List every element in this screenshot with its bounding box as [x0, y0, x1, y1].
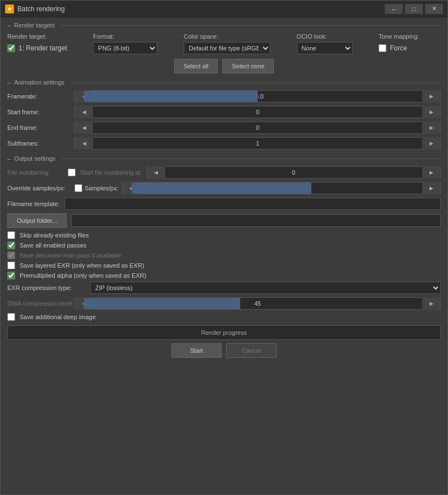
save-deep-checkbox[interactable]	[7, 313, 15, 321]
subframes-label: Subframes:	[7, 140, 74, 147]
force-checkbox[interactable]	[379, 44, 386, 52]
dwa-level-label: DWA compression level:	[7, 300, 74, 307]
dwa-decrease[interactable]: ◀	[75, 297, 93, 310]
selection-buttons: Select all Select none	[7, 59, 441, 73]
samples-decrease[interactable]: ◀	[123, 182, 141, 194]
numbering-decrease[interactable]: ◀	[147, 166, 165, 179]
start-frame-value: 0	[93, 106, 422, 118]
save-deep-label: Save additional deep image	[20, 314, 96, 320]
window-controls: – □ ✕	[385, 4, 443, 14]
col-color-space: Color space:	[184, 33, 292, 40]
numbering-increase[interactable]: ▶	[422, 166, 440, 179]
samples-label: Samples/px:	[85, 185, 119, 192]
subframes-row: Subframes: ◀ 1 ▶	[7, 137, 441, 150]
save-denoised-checkbox[interactable]	[7, 251, 15, 259]
file-numbering-checkbox[interactable]	[68, 169, 76, 176]
framerate-slider[interactable]: ◀ 24.0 ▶	[74, 90, 441, 102]
color-space-select[interactable]: Default for file type (sRGB/li...	[184, 42, 270, 54]
start-button[interactable]: Start	[171, 343, 222, 358]
output-settings-section: Output settings File numbering: Start fi…	[7, 155, 441, 362]
app-icon: ★	[5, 4, 14, 13]
exr-compression-select[interactable]: ZIP (lossless)	[90, 282, 441, 294]
tone-mapping-group: Force	[379, 44, 441, 52]
override-samples-checkbox[interactable]	[74, 184, 82, 192]
subframes-decrease[interactable]: ◀	[75, 137, 93, 150]
select-none-button[interactable]: Select none	[222, 59, 274, 73]
render-progress-bar: Render progress	[7, 325, 441, 340]
premultiplied-row: Premultiplied alpha (only when saved as …	[7, 272, 441, 279]
save-passes-row: Save all enabled passes	[7, 241, 441, 249]
framerate-decrease[interactable]: ◀	[75, 90, 93, 102]
framerate-increase[interactable]: ▶	[422, 90, 440, 102]
filename-template-row: Filename template: %n_%p_%f_%s.%e	[7, 198, 441, 210]
cancel-button[interactable]: Cancel	[226, 343, 277, 358]
override-samples-label: Override samples/px:	[7, 185, 74, 192]
premultiplied-label: Premultiplied alpha (only when saved as …	[20, 272, 146, 279]
file-numbering-row: File numbering: Start file numbering at:…	[7, 166, 441, 179]
end-frame-increase[interactable]: ▶	[422, 122, 440, 134]
filename-template-label: Filename template:	[7, 200, 60, 207]
render-target-label: 1: Render target	[18, 44, 67, 52]
filename-template-input[interactable]: %n_%p_%f_%s.%e	[64, 198, 441, 210]
end-frame-row: End frame: ◀ 0 ▶	[7, 122, 441, 134]
render-target-checkbox[interactable]	[7, 44, 15, 52]
save-deep-row: Save additional deep image	[7, 313, 441, 321]
save-layered-checkbox[interactable]	[7, 261, 15, 269]
subframes-value: 1	[93, 137, 422, 150]
format-select[interactable]: PNG (8-bit)	[93, 42, 157, 54]
dwa-level-row: DWA compression level: ◀ 45 ▶	[7, 297, 441, 310]
save-passes-checkbox[interactable]	[7, 241, 15, 249]
maximize-button[interactable]: □	[405, 4, 423, 14]
subframes-slider[interactable]: ◀ 1 ▶	[74, 137, 441, 150]
render-targets-grid: Render target: Format: Color space: OCIO…	[7, 33, 441, 54]
file-numbering-slider[interactable]: ◀ 0 ▶	[147, 166, 441, 179]
render-targets-section: Render targets Render target: Format: Co…	[7, 22, 441, 73]
samples-slider[interactable]: ◀ 1000 ▶	[122, 182, 441, 194]
start-frame-slider[interactable]: ◀ 0 ▶	[74, 106, 441, 118]
animation-settings-header: Animation settings	[7, 79, 441, 86]
save-denoised-row: Save denoised main pass if available	[7, 251, 441, 259]
skip-existing-checkbox[interactable]	[7, 231, 15, 239]
render-target-row: 1: Render target	[7, 44, 88, 52]
dwa-increase[interactable]: ▶	[422, 297, 440, 310]
samples-increase[interactable]: ▶	[422, 182, 440, 194]
render-progress-label: Render progress	[201, 329, 247, 336]
titlebar: ★ Batch rendering – □ ✕	[1, 1, 447, 17]
exr-compression-label: EXR compression type:	[7, 284, 86, 291]
ocio-look-select[interactable]: None	[297, 42, 353, 54]
end-frame-decrease[interactable]: ◀	[75, 122, 93, 134]
render-targets-header: Render targets	[7, 22, 441, 29]
samples-value: 1000	[141, 182, 422, 194]
framerate-row: Framerate: ◀ 24.0 ▶	[7, 90, 441, 102]
start-frame-label: Start frame:	[7, 109, 74, 115]
skip-existing-row: Skip already existing files	[7, 231, 441, 239]
save-layered-row: Save layered EXR (only when saved as EXR…	[7, 261, 441, 269]
output-folder-button[interactable]: Output folder...	[7, 213, 67, 228]
file-numbering-label: File numbering:	[7, 169, 63, 176]
close-button[interactable]: ✕	[425, 4, 443, 14]
window-title: Batch rendering	[17, 5, 385, 13]
save-passes-label: Save all enabled passes	[20, 242, 86, 249]
premultiplied-checkbox[interactable]	[7, 272, 15, 279]
force-label: Force	[390, 44, 407, 52]
output-settings-header: Output settings	[7, 155, 441, 162]
animation-settings-section: Animation settings Framerate: ◀ 24.0 ▶ S…	[7, 79, 441, 150]
start-frame-row: Start frame: ◀ 0 ▶	[7, 106, 441, 118]
dwa-level-value: 45	[93, 297, 422, 310]
framerate-value: 24.0	[93, 90, 422, 102]
exr-compression-row: EXR compression type: ZIP (lossless)	[7, 282, 441, 294]
minimize-button[interactable]: –	[385, 4, 403, 14]
select-all-button[interactable]: Select all	[174, 59, 218, 73]
output-folder-input[interactable]	[71, 214, 441, 227]
start-frame-increase[interactable]: ▶	[422, 106, 440, 118]
numbering-value: 0	[165, 166, 422, 179]
save-denoised-label: Save denoised main pass if available	[20, 252, 121, 259]
dwa-level-slider[interactable]: ◀ 45 ▶	[74, 297, 441, 310]
start-frame-decrease[interactable]: ◀	[75, 106, 93, 118]
end-frame-slider[interactable]: ◀ 0 ▶	[74, 122, 441, 134]
output-folder-row: Output folder...	[7, 213, 441, 228]
start-numbering-label: Start file numbering at:	[80, 169, 142, 176]
end-frame-label: End frame:	[7, 124, 74, 131]
col-ocio-look: OCIO look:	[297, 33, 375, 40]
subframes-increase[interactable]: ▶	[422, 137, 440, 150]
